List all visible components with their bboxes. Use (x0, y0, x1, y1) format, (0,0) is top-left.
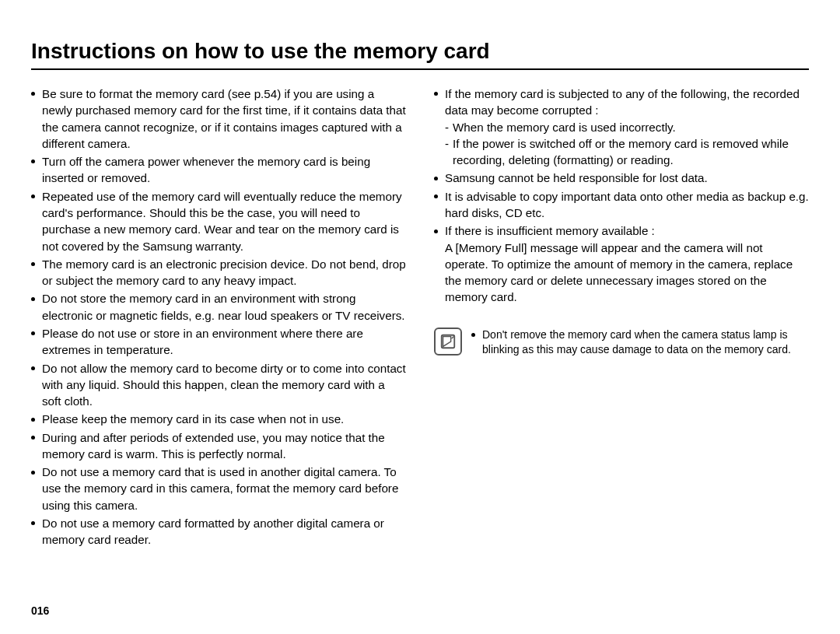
list-item: It is advisable to copy important data o… (434, 188, 809, 222)
left-bullet-list: Be sure to format the memory card (see p… (31, 86, 406, 548)
list-item: Please do not use or store in an environ… (31, 325, 406, 359)
page-number: 016 (31, 604, 49, 617)
list-item: Do not use a memory card that is used in… (31, 464, 406, 513)
sub-item: If the power is switched off or the memo… (445, 135, 809, 169)
manual-page: Instructions on how to use the memory ca… (0, 0, 840, 634)
note-icon (434, 328, 462, 356)
list-item: Be sure to format the memory card (see p… (31, 86, 406, 152)
content-columns: Be sure to format the memory card (see p… (31, 86, 809, 550)
list-item: Repeated use of the memory card will eve… (31, 188, 406, 254)
left-column: Be sure to format the memory card (see p… (31, 86, 406, 550)
note-callout: Don't remove the memory card when the ca… (434, 328, 809, 359)
list-item: The memory card is an electronic precisi… (31, 256, 406, 289)
list-item: Do not use a memory card formatted by an… (31, 515, 406, 548)
note-text: Don't remove the memory card when the ca… (471, 328, 809, 359)
list-item: Samsung cannot be held responsible for l… (434, 170, 809, 186)
sub-item: When the memory card is used incorrectly… (445, 119, 809, 135)
list-item: Do not allow the memory card to become d… (31, 360, 406, 410)
right-column: If the memory card is subjected to any o… (434, 86, 809, 550)
page-title: Instructions on how to use the memory ca… (31, 39, 809, 70)
list-item: During and after periods of extended use… (31, 429, 406, 463)
sub-list: When the memory card is used incorrectly… (445, 119, 809, 169)
list-item: Do not store the memory card in an envir… (31, 290, 406, 324)
list-item: If there is insufficient memory availabl… (434, 222, 809, 305)
list-item: Please keep the memory card in its case … (31, 411, 406, 427)
list-item: If the memory card is subjected to any o… (434, 86, 809, 168)
bullet-lead: If the memory card is subjected to any o… (445, 87, 800, 117)
note-item: Don't remove the memory card when the ca… (471, 328, 809, 358)
list-item: Turn off the camera power whenever the m… (31, 153, 406, 187)
right-bullet-list: If the memory card is subjected to any o… (434, 86, 809, 306)
svg-line-1 (452, 336, 454, 338)
